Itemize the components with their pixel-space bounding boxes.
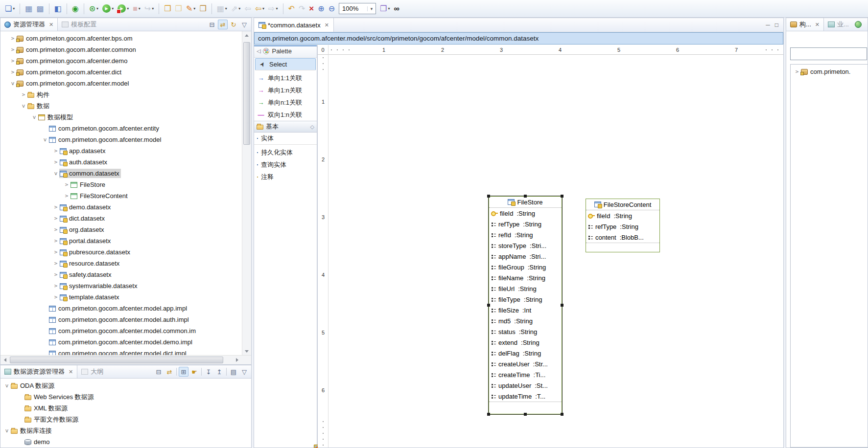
maximize-button[interactable]: □ xyxy=(775,22,778,28)
tree-item[interactable]: > FileStore xyxy=(0,179,242,190)
tab-datasource-explorer[interactable]: 数据源资源管理器 ✕ xyxy=(0,365,77,378)
pin-icon[interactable]: ◇ xyxy=(310,124,314,130)
connect-button[interactable]: ☛ xyxy=(189,367,199,377)
save-button[interactable]: ▤ xyxy=(229,367,238,377)
minimize-button[interactable]: ─ xyxy=(766,22,770,28)
tree-item[interactable]: > com.primeton.gocom.afcenter.bps.om xyxy=(0,33,242,44)
close-icon[interactable]: ✕ xyxy=(49,22,53,28)
entity-field[interactable]: createTime :Ti... xyxy=(489,369,562,380)
tree-item[interactable]: v common.datasetx xyxy=(0,168,242,179)
toolbar-button[interactable] xyxy=(84,3,84,14)
tree-item[interactable]: > pubresource.datasetx xyxy=(0,246,242,258)
tree-item[interactable]: > com.primeton. xyxy=(791,66,868,77)
format-icon[interactable]: ✎ ▾ xyxy=(185,2,197,15)
delete-icon[interactable]: × xyxy=(307,2,315,15)
diagram-canvas[interactable]: FileStore fileId :String xyxy=(328,55,783,448)
expand-arrow-icon[interactable]: > xyxy=(9,58,16,64)
tree-item[interactable]: com.primeton.gocom.afcenter.entity xyxy=(0,123,242,134)
redo-icon[interactable]: ↷ xyxy=(297,2,306,15)
tree-item[interactable]: demo xyxy=(0,436,251,448)
entity-field[interactable]: refType :String xyxy=(586,221,659,232)
tree-item[interactable]: > systemvariable.datasetx xyxy=(0,280,242,291)
expand-arrow-icon[interactable]: v xyxy=(20,103,27,109)
expand-arrow-icon[interactable]: > xyxy=(52,215,59,222)
expand-arrow-icon[interactable]: > xyxy=(52,238,59,244)
sync-window-icon[interactable]: ⇗ ▾ xyxy=(230,2,242,15)
link-with-editor-button[interactable]: ⇄ xyxy=(164,367,174,377)
expand-arrow-icon[interactable]: > xyxy=(52,283,59,289)
tree-item[interactable]: v 数据 xyxy=(0,100,242,112)
palette-header[interactable]: ◁ Palette xyxy=(254,45,317,58)
tree-item[interactable]: com.primeton.gocom.afcenter.model.dict.i… xyxy=(0,348,242,355)
select-tool[interactable]: ➤ Select xyxy=(255,58,316,70)
tree-item[interactable]: v 数据库连接 xyxy=(0,425,251,436)
tree-item[interactable]: com.primeton.gocom.afcenter.model.auth.i… xyxy=(0,314,242,325)
toolbar-button[interactable] xyxy=(49,3,49,14)
entity-field[interactable]: appName :Stri... xyxy=(489,251,562,262)
entity-header[interactable]: FileStore xyxy=(489,197,562,208)
expand-arrow-icon[interactable]: v xyxy=(52,170,59,177)
scroll-up-icon[interactable] xyxy=(242,31,251,39)
tree-item[interactable]: > resource.datasetx xyxy=(0,258,242,269)
expand-arrow-icon[interactable]: v xyxy=(3,382,10,389)
expand-arrow-icon[interactable]: > xyxy=(52,294,59,300)
tree-item[interactable]: > portal.datasetx xyxy=(0,235,242,246)
relation-one-to-one-tool[interactable]: → 单向1:1关联 xyxy=(254,72,317,84)
expand-arrow-icon[interactable]: > xyxy=(63,193,70,199)
expand-arrow-icon[interactable]: v xyxy=(31,114,38,120)
close-icon[interactable]: ✕ xyxy=(69,369,73,375)
entity-field[interactable]: md5 :String xyxy=(489,315,562,326)
last-edit-location-icon[interactable]: ⇦ xyxy=(243,2,252,15)
palette-drawer-basic[interactable]: 基本 ◇ xyxy=(254,121,317,133)
tree-mode-button[interactable]: ⊞ xyxy=(179,367,188,377)
entity-field[interactable]: fileName :String xyxy=(489,272,562,283)
toolbar-button[interactable] xyxy=(283,3,283,14)
scrollbar-thumb[interactable] xyxy=(10,357,223,363)
start-server-icon[interactable]: ◉ xyxy=(70,2,80,15)
chevron-down-icon[interactable]: ▾ xyxy=(112,6,114,11)
entity-field[interactable]: status :String xyxy=(489,326,562,337)
scroll-right-icon[interactable] xyxy=(233,356,242,364)
tree-item[interactable]: > FileStoreContent xyxy=(0,190,242,202)
tab-template-config[interactable]: 模板配置 xyxy=(58,18,100,31)
collapse-palette-icon[interactable]: ◁ xyxy=(257,48,260,54)
step-icon[interactable]: ↪ ▾ xyxy=(143,2,155,15)
expand-arrow-icon[interactable]: > xyxy=(52,260,59,267)
search-input[interactable] xyxy=(790,47,867,60)
tab-components[interactable]: 构... ✕ xyxy=(786,18,824,31)
expand-arrow-icon[interactable]: > xyxy=(9,35,16,42)
entity-field[interactable]: createUser :Str... xyxy=(489,358,562,369)
persistent-entity-tool[interactable]: 持久化实体 xyxy=(254,146,317,158)
entity-field[interactable]: updateTime :T... xyxy=(489,391,562,402)
chevron-down-icon[interactable]: ▾ xyxy=(225,6,227,11)
editor-tab-common-datasetx[interactable]: *common.datasetx ✕ xyxy=(254,18,334,32)
chevron-down-icon[interactable]: ▾ xyxy=(388,6,390,11)
horizontal-scrollbar[interactable] xyxy=(0,355,251,364)
expand-arrow-icon[interactable]: > xyxy=(52,204,59,210)
save-all-icon[interactable]: ▩ xyxy=(35,2,45,15)
tab-resource-explorer[interactable]: 资源管理器 ✕ xyxy=(0,18,58,31)
expand-arrow-icon[interactable]: > xyxy=(52,226,59,233)
zoom-in-icon[interactable]: ⊕ xyxy=(316,2,326,15)
entity-field[interactable]: extend :String xyxy=(489,337,562,348)
save-icon[interactable]: ▦ xyxy=(23,2,34,15)
tree-item[interactable]: com.primeton.gocom.afcenter.model.common… xyxy=(0,325,242,336)
tab-outline[interactable]: 大纲 xyxy=(77,365,107,378)
tree-item[interactable]: > 构件 xyxy=(0,89,242,100)
undo-icon[interactable]: ↶ xyxy=(287,2,296,15)
search-icon[interactable]: ∞ xyxy=(392,2,400,15)
expand-arrow-icon[interactable]: > xyxy=(52,159,59,165)
resize-handle[interactable] xyxy=(487,195,490,198)
tree-item[interactable]: 平面文件数据源 xyxy=(0,414,251,425)
expand-arrow-icon[interactable]: > xyxy=(9,46,16,53)
expand-arrow-icon[interactable]: > xyxy=(20,91,27,98)
scroll-left-icon[interactable] xyxy=(0,356,10,364)
resize-handle[interactable] xyxy=(524,195,527,198)
vertical-scrollbar[interactable] xyxy=(242,31,251,355)
tree-item[interactable]: > dict.datasetx xyxy=(0,213,242,224)
entity-field[interactable]: fileType :String xyxy=(489,294,562,305)
chevron-down-icon[interactable]: ▾ xyxy=(262,6,264,11)
entity-field[interactable]: delFlag :String xyxy=(489,348,562,358)
expand-arrow-icon[interactable]: v xyxy=(3,427,10,434)
expand-arrow-icon[interactable]: > xyxy=(52,271,59,278)
